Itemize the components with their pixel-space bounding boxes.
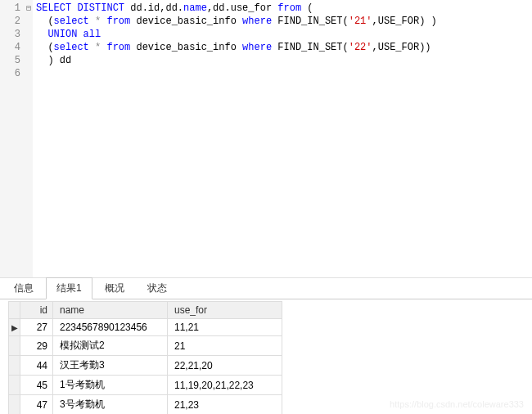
fold-marker <box>25 28 33 41</box>
row-marker-header <box>9 302 20 319</box>
cell-use-for[interactable]: 11,19,20,21,22,23 <box>168 376 282 395</box>
code-line[interactable]: UNION all <box>36 28 529 41</box>
cell-use-for[interactable]: 11,21 <box>168 319 282 336</box>
row-marker <box>9 356 20 376</box>
fold-gutter: ⊟ <box>25 0 33 277</box>
table-row[interactable]: 451号考勤机11,19,20,21,22,23 <box>9 376 282 395</box>
code-area[interactable]: SELECT DISTINCT dd.id,dd.name,dd.use_for… <box>33 0 532 277</box>
cell-use-for[interactable]: 21,23 <box>168 395 282 415</box>
results-panel: 信息结果1概况状态 idnameuse_for ▶272234567890123… <box>0 278 532 414</box>
code-line[interactable]: (select * from device_basic_info where F… <box>36 41 529 54</box>
results-tabs: 信息结果1概况状态 <box>0 278 532 299</box>
line-number-gutter: 123456 <box>0 0 25 277</box>
cell-name[interactable]: 模拟测试2 <box>53 336 168 356</box>
cell-name[interactable]: 2234567890123456 <box>53 319 168 336</box>
grid-header-row: idnameuse_for <box>9 302 282 319</box>
cell-use-for[interactable]: 22,21,20 <box>168 356 282 376</box>
fold-marker[interactable]: ⊟ <box>25 2 33 15</box>
line-number: 4 <box>0 41 20 54</box>
row-marker: ▶ <box>9 319 20 336</box>
code-line[interactable]: ) dd <box>36 54 529 67</box>
cell-id[interactable]: 27 <box>20 319 53 336</box>
sql-editor[interactable]: 123456 ⊟ SELECT DISTINCT dd.id,dd.name,d… <box>0 0 532 278</box>
line-number: 3 <box>0 28 20 41</box>
table-row[interactable]: 44汉王考勤322,21,20 <box>9 356 282 376</box>
line-number: 1 <box>0 2 20 15</box>
cell-id[interactable]: 47 <box>20 395 53 415</box>
cell-id[interactable]: 29 <box>20 336 53 356</box>
code-line[interactable]: SELECT DISTINCT dd.id,dd.name,dd.use_for… <box>36 2 529 15</box>
cell-id[interactable]: 44 <box>20 356 53 376</box>
line-number: 2 <box>0 15 20 28</box>
column-header-use_for[interactable]: use_for <box>168 302 282 319</box>
table-row[interactable]: 29模拟测试221 <box>9 336 282 356</box>
cell-id[interactable]: 45 <box>20 376 53 395</box>
watermark: https://blog.csdn.net/coleware333 <box>390 399 524 409</box>
row-marker <box>9 376 20 395</box>
code-line[interactable]: (select * from device_basic_info where F… <box>36 15 529 28</box>
code-line[interactable] <box>36 67 529 80</box>
column-header-name[interactable]: name <box>53 302 168 319</box>
fold-marker <box>25 54 33 67</box>
current-row-icon: ▶ <box>11 323 18 332</box>
cell-name[interactable]: 3号考勤机 <box>53 395 168 415</box>
results-grid[interactable]: idnameuse_for ▶27223456789012345611,2129… <box>8 301 282 414</box>
tab-结果1[interactable]: 结果1 <box>46 277 92 299</box>
tab-状态[interactable]: 状态 <box>137 277 178 299</box>
cell-use-for[interactable]: 21 <box>168 336 282 356</box>
fold-marker <box>25 67 33 80</box>
table-row[interactable]: ▶27223456789012345611,21 <box>9 319 282 336</box>
line-number: 6 <box>0 67 20 80</box>
tab-概况[interactable]: 概况 <box>94 277 135 299</box>
column-header-id[interactable]: id <box>20 302 53 319</box>
table-row[interactable]: 473号考勤机21,23 <box>9 395 282 415</box>
row-marker <box>9 395 20 415</box>
row-marker <box>9 336 20 356</box>
line-number: 5 <box>0 54 20 67</box>
cell-name[interactable]: 汉王考勤3 <box>53 356 168 376</box>
fold-marker <box>25 41 33 54</box>
cell-name[interactable]: 1号考勤机 <box>53 376 168 395</box>
fold-marker <box>25 15 33 28</box>
tab-信息[interactable]: 信息 <box>3 277 44 299</box>
